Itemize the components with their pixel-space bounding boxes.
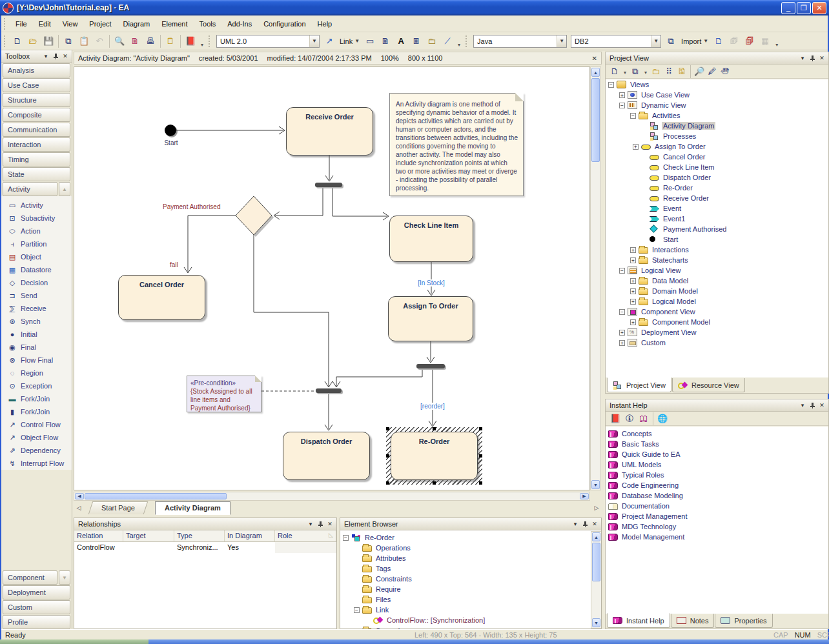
pin-icon[interactable]: [51, 52, 60, 61]
selection-handle[interactable]: [479, 427, 482, 430]
new-diagram-icon[interactable]: ⠿: [663, 65, 675, 79]
pin-icon[interactable]: [808, 54, 817, 63]
web-globe-icon[interactable]: 🌐: [656, 412, 669, 426]
pin-icon[interactable]: [580, 519, 589, 528]
minimize-button[interactable]: _: [781, 2, 795, 14]
close-icon[interactable]: ✕: [590, 519, 599, 528]
tree-item-activities[interactable]: −Activities: [606, 110, 828, 121]
restore-button[interactable]: ❐: [797, 2, 811, 14]
selection-handle[interactable]: [433, 427, 436, 430]
tree-item-check-line-item[interactable]: Check Line Item: [606, 162, 828, 172]
toolbox-section-analysis[interactable]: Analysis: [3, 63, 70, 77]
dashed-line-icon[interactable]: ⟋: [440, 34, 455, 48]
chevron-down-icon[interactable]: ▼: [309, 35, 319, 47]
tab-scroll-right-icon[interactable]: ▷: [591, 502, 602, 514]
scroll-down-icon[interactable]: ▼: [591, 480, 600, 489]
tab-properties[interactable]: Properties: [715, 614, 772, 628]
toolbox-section-use-case[interactable]: Use Case: [3, 78, 70, 92]
panel-menu-icon[interactable]: ▾: [571, 519, 580, 528]
menu-file[interactable]: File: [10, 17, 33, 30]
page-add-icon[interactable]: 🗋: [711, 34, 726, 48]
tree-item-deployment-view[interactable]: +Deployment View: [606, 327, 828, 337]
help-icon[interactable]: 🛈: [623, 412, 636, 426]
toolbox-item-dependency[interactable]: ⇗Dependency: [1, 444, 72, 457]
tab-resource-view[interactable]: Resource View: [672, 378, 745, 392]
menu-tools[interactable]: Tools: [194, 17, 222, 30]
tree-item-tags[interactable]: Tags: [340, 563, 601, 574]
tree-item-component-model[interactable]: +Component Model: [606, 317, 828, 327]
quill-icon[interactable]: 🖉: [706, 65, 718, 79]
tree-item-require[interactable]: Require: [340, 584, 601, 594]
help-item-documentation[interactable]: Documentation: [606, 501, 828, 511]
copy-stack-icon[interactable]: ⧉: [664, 34, 678, 48]
node-receive-order[interactable]: Receive Order: [286, 107, 373, 156]
tree-item-constraints[interactable]: Constraints: [340, 574, 601, 584]
help-item-code-engineering[interactable]: Code Engineering: [606, 480, 828, 490]
help-item-basic-tasks[interactable]: Basic Tasks: [606, 439, 828, 449]
toolbox-scroll-up-icon[interactable]: ▲: [59, 182, 70, 196]
tree-item-link[interactable]: −Link: [340, 605, 601, 615]
tree-item-receive-order[interactable]: Receive Order: [606, 193, 828, 203]
scroll-right-icon[interactable]: ▶: [580, 493, 589, 499]
pin-icon[interactable]: [316, 519, 325, 528]
document-icon[interactable]: 🗎: [128, 34, 142, 48]
toolbox-item-object[interactable]: ▤Object: [1, 250, 72, 263]
toolbar-gripper-2[interactable]: [209, 35, 212, 47]
vertical-scroll-thumb[interactable]: [591, 78, 600, 162]
tree-item-component-view[interactable]: −Component View: [606, 307, 828, 317]
scroll-down-icon[interactable]: ▼: [592, 618, 600, 627]
note-tool-icon[interactable]: 🗎: [378, 34, 393, 48]
tree-item-start[interactable]: Start: [606, 234, 828, 245]
help-item-quick-guide[interactable]: Quick Guide to EA: [606, 449, 828, 459]
help-item-mdg-technology[interactable]: MDG Technology: [606, 521, 828, 532]
menu-configuration[interactable]: Configuration: [258, 17, 311, 30]
element-browser-scrollbar[interactable]: ▲ ▼: [591, 531, 602, 629]
close-icon[interactable]: ✕: [817, 54, 826, 63]
tree-item-use-case-view[interactable]: +Use Case View: [606, 90, 828, 100]
tree-item-logical-model[interactable]: +Logical Model: [606, 296, 828, 307]
toolbox-item-fork-join-v[interactable]: ▮Fork/Join: [1, 405, 72, 418]
tree-item-logical-view[interactable]: −Logical View: [606, 265, 828, 276]
join-bar[interactable]: [316, 388, 342, 393]
tree-item-processes[interactable]: Processes: [606, 131, 828, 141]
tree-item-attributes[interactable]: Attributes: [340, 553, 601, 563]
toolbox-item-fork-join-h[interactable]: ▬Fork/Join: [1, 392, 72, 405]
chevron-down-icon[interactable]: ▾: [621, 67, 629, 76]
node-re-order[interactable]: Re-Order: [391, 432, 478, 480]
menu-gripper[interactable]: [4, 18, 7, 30]
menu-project[interactable]: Project: [83, 17, 117, 30]
tree-item-statecharts[interactable]: +Statecharts: [606, 255, 828, 265]
copy-icon[interactable]: ⧉: [61, 34, 76, 48]
tree-item-operations[interactable]: Operations: [340, 543, 601, 553]
column-role[interactable]: Role◺: [275, 530, 336, 541]
undo-icon[interactable]: ↶: [92, 34, 107, 48]
toolbox-item-initial[interactable]: ●Initial: [1, 328, 72, 341]
selection-handle[interactable]: [479, 481, 482, 485]
toolbox-item-interrupt-flow[interactable]: ↯Interrupt Flow: [1, 457, 72, 470]
toolbox-section-structure[interactable]: Structure: [3, 93, 70, 107]
save-icon[interactable]: 💾: [41, 34, 56, 48]
node-dispatch-order[interactable]: Dispatch Order: [283, 432, 370, 480]
menu-element[interactable]: Element: [156, 17, 193, 30]
table-row[interactable]: ControlFlow Synchroniz... Yes: [74, 542, 336, 553]
toolbox-item-final[interactable]: ◉Final: [1, 341, 72, 354]
toolbox-item-datastore[interactable]: ▦Datastore: [1, 263, 72, 276]
help-item-database-modeling[interactable]: Database Modeling: [606, 490, 828, 501]
selection-handle[interactable]: [386, 427, 389, 430]
open-file-icon[interactable]: 🗁: [26, 34, 40, 48]
selection-handle[interactable]: [386, 481, 389, 485]
tab-activity-diagram[interactable]: Activity Diagram: [155, 501, 230, 515]
documentation-note[interactable]: An Activity diagram is one method of spe…: [389, 93, 524, 196]
scroll-up-icon[interactable]: ▲: [591, 68, 600, 77]
toolbox-section-component[interactable]: Component: [3, 570, 57, 585]
tab-scroll-left-icon[interactable]: ◁: [74, 502, 84, 514]
toolbox-item-flow-final[interactable]: ⊗Flow Final: [1, 354, 72, 367]
decision-node[interactable]: [236, 196, 272, 235]
help-item-concepts[interactable]: Concepts: [606, 428, 828, 439]
node-assign-to-order[interactable]: Assign To Order: [388, 296, 473, 341]
toolbox-section-interaction[interactable]: Interaction: [3, 137, 70, 152]
toolbox-item-subactivity[interactable]: ⊡Subactivity: [1, 212, 72, 225]
start-node[interactable]: [165, 125, 176, 136]
toolbox-section-profile[interactable]: Profile: [3, 615, 70, 629]
diagram-canvas[interactable]: An Activity diagram is one method of spe…: [74, 66, 590, 490]
